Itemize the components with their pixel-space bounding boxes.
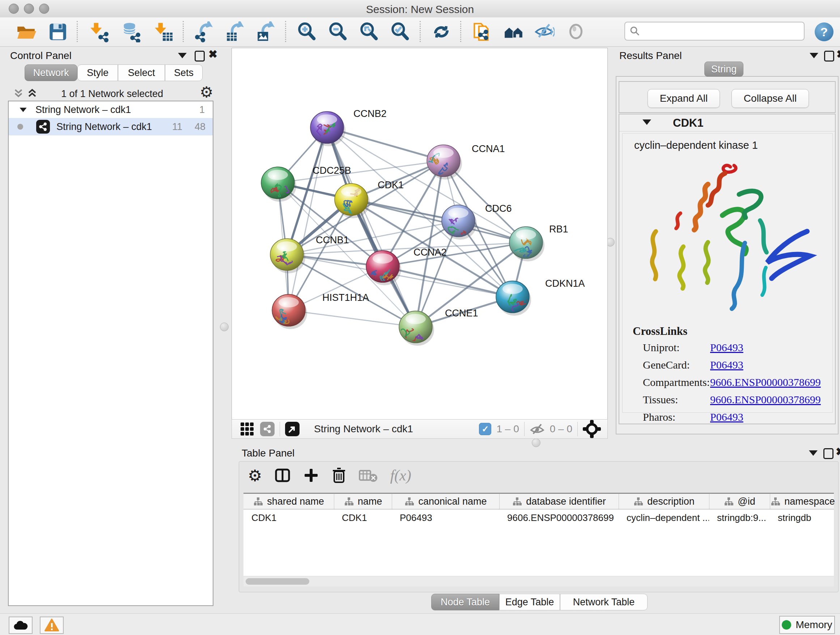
memory-status-button[interactable]: Memory bbox=[779, 616, 835, 634]
network-graph[interactable]: CCNB2CCNA1CDC25BCDK1CDC6RB1CCNB1CCNA2CDK… bbox=[232, 48, 607, 420]
network-type-share-icon[interactable] bbox=[260, 422, 275, 436]
node-section-header[interactable]: CDK1 bbox=[619, 114, 835, 131]
network-edge[interactable] bbox=[383, 266, 513, 297]
title-bar: Session: New Session bbox=[0, 0, 840, 18]
tab-select[interactable]: Select bbox=[118, 65, 165, 81]
network-node-CCNE1[interactable]: CCNE1 bbox=[397, 308, 478, 346]
network-options-gear-icon[interactable]: ⚙ bbox=[200, 83, 213, 101]
hide-selected-icon[interactable] bbox=[532, 20, 556, 43]
left-splitter-handle[interactable] bbox=[220, 323, 229, 331]
fit-center-crosshair-icon[interactable] bbox=[583, 420, 601, 438]
new-network-from-selection-icon[interactable] bbox=[470, 20, 493, 43]
apply-layout-icon[interactable] bbox=[430, 20, 453, 43]
birds-eye-view-icon[interactable] bbox=[240, 423, 254, 435]
zoom-selected-icon[interactable] bbox=[388, 20, 412, 43]
crosslink-value-link[interactable]: P06493 bbox=[710, 341, 744, 354]
import-network-database-icon[interactable] bbox=[119, 20, 142, 43]
crosslink-row: Compartments:9606.ENSP00000378699 bbox=[643, 376, 824, 394]
column-header-name[interactable]: name bbox=[334, 494, 392, 509]
collapse-all-button[interactable]: Collapse All bbox=[731, 89, 809, 108]
zoom-in-icon[interactable] bbox=[295, 20, 318, 43]
zoom-fit-icon[interactable] bbox=[357, 20, 381, 43]
network-node-CDK1[interactable]: CDK1 bbox=[335, 180, 404, 218]
scrollbar-thumb[interactable] bbox=[246, 578, 309, 585]
show-all-icon[interactable] bbox=[564, 20, 587, 43]
column-header--id[interactable]: @id bbox=[709, 494, 770, 509]
tab-network-table[interactable]: Network Table bbox=[560, 594, 647, 610]
network-node-HIST1H1A[interactable]: HIST1H1A bbox=[272, 292, 369, 329]
panel-close-icon[interactable]: ✖ bbox=[836, 447, 840, 456]
network-node-CDKN1A[interactable]: CDKN1A bbox=[496, 278, 585, 316]
column-header-database-identifier[interactable]: database identifier bbox=[499, 494, 619, 509]
toolbar-separator bbox=[460, 21, 461, 42]
warnings-button[interactable] bbox=[40, 616, 64, 634]
panel-close-icon[interactable]: ✖ bbox=[836, 50, 840, 59]
export-image-icon[interactable] bbox=[254, 20, 278, 43]
open-in-window-icon[interactable] bbox=[285, 422, 300, 436]
search-input[interactable] bbox=[640, 25, 794, 37]
panel-float-icon[interactable] bbox=[824, 51, 834, 62]
table-panel-body: ⚙ f(x) shared namenamecanonical namedata… bbox=[239, 461, 838, 592]
first-neighbors-icon[interactable] bbox=[502, 20, 525, 43]
tab-edge-table[interactable]: Edge Table bbox=[499, 594, 560, 610]
tab-style[interactable]: Style bbox=[77, 65, 118, 81]
network-row-selected[interactable]: String Network – cdk1 11 48 bbox=[9, 118, 213, 135]
column-header-canonical-name[interactable]: canonical name bbox=[392, 494, 499, 509]
column-header-namespace[interactable]: namespace bbox=[770, 494, 835, 509]
section-collapse-icon[interactable] bbox=[643, 119, 651, 125]
import-table-icon[interactable] bbox=[152, 20, 175, 43]
cloud-status-button[interactable] bbox=[9, 616, 33, 634]
tab-string[interactable]: String bbox=[704, 62, 744, 77]
crosslink-value-link[interactable]: 9606.ENSP00000378699 bbox=[710, 376, 821, 388]
search-field[interactable] bbox=[624, 22, 805, 41]
save-session-icon[interactable] bbox=[46, 20, 69, 43]
crosslink-value-link[interactable]: P06493 bbox=[710, 411, 744, 423]
column-type-icon bbox=[253, 497, 263, 506]
selected-count-checkbox[interactable]: ✓ bbox=[479, 423, 491, 435]
delete-column-trash-icon[interactable] bbox=[332, 467, 347, 484]
tab-node-table[interactable]: Node Table bbox=[431, 594, 499, 610]
table-horizontal-scrollbar[interactable] bbox=[243, 576, 834, 586]
node-label: CDC25B bbox=[313, 165, 351, 176]
tree-expand-icon[interactable] bbox=[19, 108, 27, 112]
network-collection-row[interactable]: String Network – cdk1 1 bbox=[9, 101, 213, 118]
network-view-title: String Network – cdk1 bbox=[314, 423, 413, 435]
export-network-icon[interactable] bbox=[193, 20, 216, 43]
table-toolbar: ⚙ f(x) bbox=[239, 462, 838, 489]
panel-menu-icon[interactable] bbox=[178, 53, 187, 58]
import-network-file-icon[interactable] bbox=[88, 20, 111, 43]
zoom-out-icon[interactable] bbox=[326, 20, 349, 43]
delete-table-icon[interactable] bbox=[359, 468, 378, 483]
table-cell: CDK1 bbox=[243, 509, 334, 525]
column-header-description[interactable]: description bbox=[619, 494, 709, 509]
panel-float-icon[interactable] bbox=[195, 51, 205, 62]
function-builder-icon[interactable]: f(x) bbox=[390, 467, 411, 484]
panel-menu-icon[interactable] bbox=[810, 53, 818, 58]
panel-close-icon[interactable]: ✖ bbox=[208, 50, 218, 59]
collapse-all-icon[interactable] bbox=[12, 87, 25, 99]
network-node-RB1[interactable]: RB1 bbox=[509, 224, 568, 261]
network-view-canvas[interactable]: CCNB2CCNA1CDC25BCDK1CDC6RB1CCNB1CCNA2CDK… bbox=[232, 48, 608, 420]
network-node-CCNA1[interactable]: CCNA1 bbox=[421, 143, 505, 180]
panel-menu-icon[interactable] bbox=[809, 450, 818, 456]
panel-float-icon[interactable] bbox=[823, 448, 834, 459]
crosslink-value-link[interactable]: P06493 bbox=[710, 359, 744, 371]
column-header-shared-name[interactable]: shared name bbox=[243, 494, 334, 509]
show-columns-icon[interactable] bbox=[274, 467, 291, 484]
tab-network[interactable]: Network bbox=[25, 65, 77, 81]
network-edge[interactable] bbox=[289, 310, 416, 327]
expand-all-button[interactable]: Expand All bbox=[647, 89, 720, 108]
table-settings-gear-icon[interactable]: ⚙ bbox=[248, 466, 262, 485]
network-edge[interactable] bbox=[289, 127, 327, 310]
hidden-eye-slash-icon[interactable] bbox=[530, 423, 545, 435]
help-button[interactable]: ? bbox=[815, 22, 834, 41]
expand-all-icon[interactable] bbox=[26, 87, 38, 99]
open-file-icon[interactable] bbox=[14, 20, 38, 43]
crosslink-value-link[interactable]: 9606.ENSP00000378699 bbox=[710, 394, 821, 406]
control-panel: Control Panel ✖ Network Style Select Set… bbox=[4, 48, 216, 608]
tab-sets[interactable]: Sets bbox=[165, 65, 202, 81]
network-node-count: 11 bbox=[172, 121, 182, 133]
table-row[interactable]: CDK1CDK1P064939606.ENSP00000378699cyclin… bbox=[243, 509, 834, 525]
add-column-plus-icon[interactable] bbox=[303, 467, 319, 483]
export-table-icon[interactable] bbox=[224, 20, 247, 43]
